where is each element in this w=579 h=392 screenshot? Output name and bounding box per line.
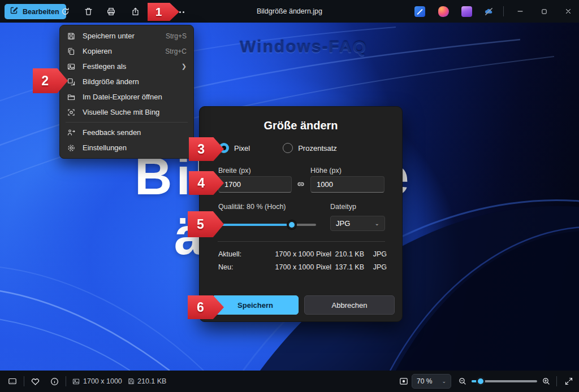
current-size-row: Aktuell: 1700 x 1000 Pixel 210.1 KB JPG [218,250,388,258]
edit-button-label: Bearbeiten [23,8,59,16]
chevron-down-icon: ⌄ [375,220,379,227]
quality-label: Qualität: 80 % (Hoch) [218,203,286,211]
minimize-icon [516,7,524,15]
radio-pixel[interactable]: Pixel [219,143,250,153]
menu-item-open-in-explorer[interactable]: Im Datei-Explorer öffnen [60,89,193,104]
folder-icon [67,93,76,102]
unit-radio-group: Pixel Prozentsatz [219,143,337,153]
delete-button[interactable] [79,3,97,19]
visual-search-icon [67,108,76,117]
gallery-icon[interactable] [461,6,472,17]
radio-percent-label: Prozentsatz [298,144,337,153]
filetype-dropdown[interactable]: JPG ⌄ [330,216,385,231]
info-button[interactable] [46,374,62,388]
designer-icon[interactable] [438,6,449,17]
ai-enhance-icon[interactable] [414,6,425,17]
width-input[interactable] [218,176,292,193]
close-icon [564,7,572,15]
menu-item-copy[interactable]: Kopieren Strg+C [60,43,193,59]
resize-icon [67,77,76,86]
minimize-button[interactable] [511,4,530,19]
slider-thumb[interactable] [287,220,296,229]
more-options-menu: Speichern unter Strg+S Kopieren Strg+C F… [59,25,194,159]
edit-icon [10,6,19,17]
filesize-text: 210.1 KB [137,377,166,385]
maximize-icon [541,8,548,15]
statusbar-divider [556,376,557,386]
filesize-icon [126,376,137,387]
onedrive-offline-icon[interactable] [483,6,494,17]
fullscreen-button[interactable] [561,374,577,388]
share-button[interactable] [126,3,144,19]
resize-dialog: Größe ändern Pixel Prozentsatz Breite (p… [199,106,403,322]
filetype-label: Dateityp [330,203,356,211]
shortcut-label: Strg+S [166,32,187,40]
shortcut-label: Strg+C [165,47,187,55]
save-button[interactable]: Speichern [212,295,299,315]
new-size-row: Neu: 1700 x 1000 Pixel 137.1 KB JPG [218,263,388,271]
save-icon [67,32,76,41]
share-icon [131,7,140,16]
radio-percent-dot [283,143,293,153]
slider-fill [218,224,292,226]
filetype-value: JPG [336,219,350,228]
image-watermark-text: Windows-FAQ [240,37,367,56]
radio-percent[interactable]: Prozentsatz [283,143,337,153]
filmstrip-icon [7,376,18,386]
toolbar: Bearbeiten Bildgröße ändern.jpg [0,0,579,23]
favorite-button[interactable] [27,374,43,388]
width-label: Breite (px) [218,167,251,175]
maximize-button[interactable] [534,4,554,19]
menu-separator [66,122,188,123]
statusbar-divider [24,376,24,386]
menu-item-set-as[interactable]: Festlegen als ❯ [60,59,193,74]
zoom-out-icon [458,377,467,386]
heart-icon [31,377,40,386]
filmstrip-toggle-button[interactable] [5,374,20,388]
height-label: Höhe (px) [310,167,342,175]
statusbar: 1700 x 1000 210.1 KB 70 % ⌄ [0,371,579,392]
zoom-in-button[interactable] [539,375,553,387]
print-button[interactable] [102,3,120,19]
menu-item-settings[interactable]: Einstellungen [60,140,193,155]
close-button[interactable] [559,4,578,19]
fit-to-window-button[interactable] [396,374,412,388]
zoom-slider-thumb[interactable] [476,377,485,386]
rotate-button[interactable] [56,3,74,19]
menu-item-send-feedback[interactable]: Feedback senden [60,125,193,140]
info-icon [50,377,59,386]
cancel-button[interactable]: Abbrechen [304,295,395,315]
statusbar-divider [66,376,66,386]
feedback-icon [67,128,76,137]
fit-to-window-icon [399,376,409,386]
dialog-title: Größe ändern [200,119,402,132]
gear-icon [67,143,76,153]
dialog-separator [218,241,385,242]
submenu-chevron-icon: ❯ [182,63,187,70]
fullscreen-expand-icon [564,377,573,386]
height-input[interactable] [310,176,384,193]
menu-item-visual-search-bing[interactable]: Visuelle Suche mit Bing [60,104,193,120]
zoom-level-value: 70 % [417,377,432,385]
dimensions-icon [70,376,81,387]
photos-app-window: Windows-FAQ Bildgröße ändern Bearbeiten [0,0,579,392]
printer-icon [106,7,116,16]
menu-item-save-as[interactable]: Speichern unter Strg+S [60,28,193,43]
chevron-down-icon: ⌄ [442,378,446,384]
radio-pixel-label: Pixel [234,144,250,153]
link-dimensions-icon[interactable] [296,179,306,191]
zoom-level-dropdown[interactable]: 70 % ⌄ [412,374,451,389]
zoom-out-button[interactable] [456,375,469,387]
quality-slider[interactable] [218,223,316,227]
zoom-slider[interactable] [472,380,537,382]
rotate-icon [61,7,70,16]
zoom-in-icon [542,377,551,386]
copy-icon [67,47,76,56]
titlebar-divider [503,6,504,16]
menu-item-resize-image[interactable]: Bildgröße ändern [60,74,193,89]
image-dimensions-text: 1700 x 1000 [83,377,122,385]
trash-icon [84,7,93,16]
set-as-icon [67,62,76,71]
